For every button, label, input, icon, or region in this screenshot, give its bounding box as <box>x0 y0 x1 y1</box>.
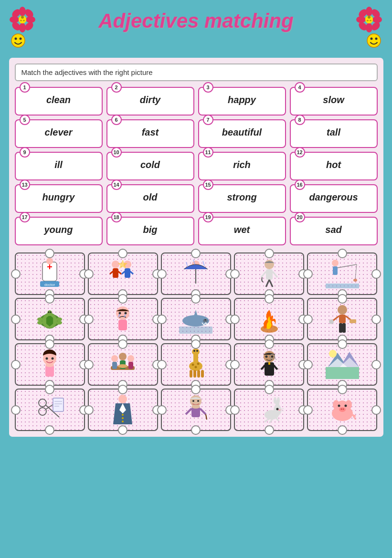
svg-point-24 <box>367 20 369 21</box>
pic-circle-left <box>11 315 21 324</box>
pic-circle-top <box>191 339 201 349</box>
svg-point-72 <box>50 312 52 313</box>
svg-point-160 <box>277 397 280 404</box>
svg-point-68 <box>37 317 43 321</box>
svg-line-154 <box>200 409 206 414</box>
pic-circle-top <box>191 294 201 304</box>
adj-number: 7 <box>203 115 213 125</box>
picture-image <box>253 257 286 290</box>
picture-image <box>326 257 359 290</box>
svg-rect-93 <box>342 323 346 333</box>
adj-number: 2 <box>111 82 122 93</box>
adj-word: rich <box>204 159 280 170</box>
svg-line-153 <box>186 409 191 414</box>
pic-circle-left <box>157 269 167 279</box>
picture-cell <box>161 253 231 295</box>
pic-circle-bottom <box>265 425 274 435</box>
pictures-grid: doctor <box>15 253 378 431</box>
pic-circle-top <box>265 385 274 394</box>
svg-marker-80 <box>193 310 198 318</box>
svg-point-71 <box>48 312 50 313</box>
svg-point-106 <box>118 364 127 368</box>
pic-circle-right <box>371 315 381 324</box>
svg-point-100 <box>111 355 118 362</box>
pic-circle-top <box>118 339 127 349</box>
pic-circle-top <box>191 249 201 258</box>
pic-circle-left <box>84 269 94 279</box>
svg-line-56 <box>261 272 266 277</box>
svg-rect-101 <box>112 362 117 369</box>
adjective-cell: 19 wet <box>198 217 286 245</box>
pic-circle-top <box>45 385 54 394</box>
svg-point-116 <box>192 364 194 366</box>
pic-circle-left <box>84 315 94 324</box>
picture-cell <box>307 389 377 431</box>
svg-point-11 <box>20 20 22 21</box>
svg-line-51 <box>203 261 204 266</box>
adj-number: 19 <box>203 212 213 222</box>
adj-word: big <box>112 224 189 235</box>
pic-circle-top <box>338 294 347 304</box>
adj-word: old <box>112 192 189 203</box>
adj-word: happy <box>204 95 280 105</box>
pic-circle-left <box>303 315 313 324</box>
svg-point-66 <box>56 317 62 321</box>
svg-point-161 <box>274 397 276 404</box>
svg-point-25 <box>370 20 371 21</box>
svg-line-88 <box>333 316 339 321</box>
svg-text:doctor: doctor <box>44 283 55 287</box>
pic-circle-top <box>338 249 347 258</box>
svg-point-58 <box>332 260 339 266</box>
svg-point-75 <box>125 312 127 315</box>
picture-cell <box>234 298 304 340</box>
smiley-left-icon <box>8 30 29 52</box>
adjective-cell: 6 fast <box>106 119 194 148</box>
adj-number: 1 <box>20 82 30 93</box>
pic-circle-left <box>157 315 167 324</box>
picture-image <box>106 303 139 336</box>
pic-circle-right <box>371 269 381 279</box>
pic-circle-top <box>265 339 274 349</box>
adj-number: 20 <box>295 212 305 222</box>
svg-point-29 <box>367 34 381 47</box>
svg-point-26 <box>11 34 25 47</box>
svg-rect-53 <box>266 269 273 280</box>
adjective-cell: 11 rich <box>198 152 286 180</box>
pic-circle-top <box>191 385 201 394</box>
svg-point-148 <box>122 421 124 422</box>
svg-point-120 <box>265 356 267 358</box>
picture-image <box>253 303 286 336</box>
adjective-cell: 15 strong <box>198 184 286 213</box>
adj-word: dirty <box>112 95 189 105</box>
svg-rect-59 <box>333 266 338 275</box>
adjective-cell: 1 clean <box>15 87 103 116</box>
svg-point-98 <box>45 363 54 367</box>
adj-number: 6 <box>111 115 122 125</box>
pic-circle-top <box>118 294 127 304</box>
svg-line-60 <box>338 264 357 268</box>
svg-line-167 <box>269 419 273 423</box>
svg-rect-138 <box>53 398 64 411</box>
svg-point-162 <box>276 408 278 411</box>
svg-point-30 <box>370 38 372 40</box>
svg-line-123 <box>275 358 276 360</box>
pic-circle-left <box>11 405 21 415</box>
svg-rect-87 <box>339 315 346 323</box>
svg-point-70 <box>47 310 52 316</box>
pic-circle-left <box>157 360 167 369</box>
picture-cell <box>161 343 231 386</box>
svg-point-134 <box>39 399 46 407</box>
svg-rect-63 <box>326 284 359 288</box>
picture-cell <box>307 253 377 295</box>
svg-rect-78 <box>118 320 127 330</box>
svg-rect-125 <box>268 362 270 365</box>
svg-point-96 <box>52 358 54 360</box>
adj-number: 5 <box>20 115 30 125</box>
svg-rect-113 <box>193 370 196 378</box>
svg-point-86 <box>338 305 347 315</box>
adj-number: 4 <box>295 82 305 93</box>
svg-point-10 <box>21 16 24 19</box>
svg-point-28 <box>19 38 21 40</box>
pic-circle-left <box>303 360 313 369</box>
page-title: Adjectives matching <box>98 10 293 32</box>
